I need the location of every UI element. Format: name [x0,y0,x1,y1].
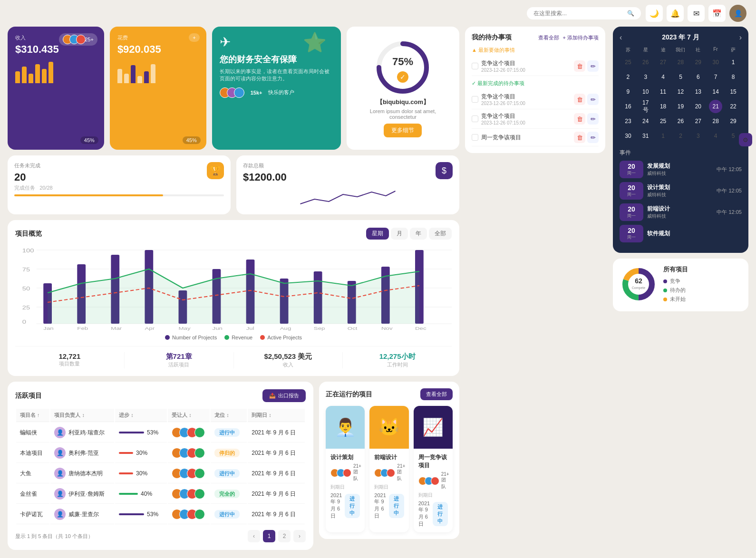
cal-day[interactable]: 6 [691,70,705,84]
page-1-btn[interactable]: 1 [263,530,275,542]
cal-day[interactable]: 30 [621,129,635,143]
cal-day[interactable]: 3 [691,129,705,143]
cal-day[interactable]: 13 [691,85,705,98]
day-th: 社 [689,47,707,53]
cal-day[interactable]: 5 [727,129,740,143]
events-title: 事件 [620,149,742,157]
calendar-button[interactable]: 📅 [708,5,726,22]
cal-next-btn[interactable]: › [739,33,742,42]
todo-edit-3[interactable]: ✏ [587,132,599,143]
todo-edit-1[interactable]: ✏ [587,94,599,105]
cal-day[interactable]: 24 [639,115,652,128]
cal-day[interactable]: 25 [657,115,670,128]
cal-day[interactable]: 30 [709,56,722,69]
checkbox-1[interactable] [472,96,478,103]
cal-day[interactable]: 27 [657,56,670,69]
stat-value-2: $2,50,523 美元 [234,352,343,361]
svg-text:75: 75 [22,267,30,272]
cal-day[interactable]: 16 [621,100,635,113]
todo-delete-2[interactable]: 🗑 [574,113,585,125]
todo-delete-1[interactable]: 🗑 [574,94,585,105]
view-all-todo-link[interactable]: 查看全部 [538,34,559,41]
cal-grid[interactable]: 2526272829301234567891011121314151617号18… [620,55,742,143]
cal-day[interactable]: 23 [621,115,635,128]
cal-day[interactable]: 26 [674,115,687,128]
cal-day[interactable]: 18 [657,100,670,113]
cal-day[interactable]: 29 [691,56,705,69]
search-input[interactable] [533,10,623,17]
checkbox-0[interactable] [472,63,478,69]
cal-day[interactable]: 9 [621,85,635,98]
legend-compete: 竞争 [663,278,742,285]
prev-page-btn[interactable]: ‹ [248,530,260,542]
event-info: 前端设计 威特科技 [647,205,713,220]
running-team: 21+ 团队 [418,471,448,490]
tab-month[interactable]: 月 [391,228,408,240]
cal-day[interactable]: 14 [709,85,722,98]
cal-settings-btn[interactable]: ⚙ [739,133,752,146]
cal-day[interactable]: 19 [674,100,687,113]
search-box[interactable]: 🔍 [527,7,641,19]
cal-day[interactable]: 28 [674,56,687,69]
cal-day[interactable]: 5 [674,70,687,84]
cal-day[interactable]: 7 [709,70,722,84]
cal-day[interactable]: 27 [691,115,705,128]
cal-day[interactable]: 4 [709,129,722,143]
cal-day[interactable]: 26 [639,56,652,69]
cal-day[interactable]: 31 [639,129,652,143]
cal-day[interactable]: 25 [621,56,635,69]
owner-name: 唐纳德本杰明 [68,470,103,478]
export-button[interactable]: 📤 出口报告 [262,389,306,402]
cal-day[interactable]: 1 [657,129,670,143]
cal-day[interactable]: 15 [727,85,740,98]
chart-stat-2: $2,50,523 美元 收入 [234,352,343,368]
tab-year[interactable]: 年 [410,228,427,240]
cal-day[interactable]: 17号 [639,100,652,113]
notification-button[interactable]: 🔔 [667,5,684,22]
cal-day[interactable]: 12 [674,85,687,98]
cal-day[interactable]: 2 [674,129,687,143]
todo-edit-2[interactable]: ✏ [587,113,599,125]
cal-day[interactable]: 20 [691,100,705,113]
mail-button[interactable]: ✉ [688,5,705,22]
todo-item-actions-1[interactable]: 🗑 ✏ [574,94,599,105]
bar-3 [29,74,33,83]
progress-pct: 40% [141,491,152,497]
cal-day[interactable]: 2 [621,70,635,84]
checkbox-2[interactable] [472,115,478,122]
running-project-card: 📈 周一竞争该项目 21+ 团队 到期日 2021 年 9 月 6 日 进行中 [414,406,453,532]
todo-item-actions-3[interactable]: 🗑 ✏ [574,132,599,143]
todo-item-actions-0[interactable]: 🗑 ✏ [574,60,599,72]
cal-day[interactable]: 29 [727,115,740,128]
cal-day[interactable]: 8 [727,70,740,84]
page-buttons[interactable]: ‹ 1 2 › [248,530,306,542]
cal-day[interactable]: 11 [657,85,670,98]
tab-week[interactable]: 星期 [366,228,389,240]
add-todo-link[interactable]: + 添加待办事项 [563,34,599,41]
checkbox-3[interactable] [472,134,478,141]
dark-mode-button[interactable]: 🌙 [646,5,663,22]
cal-day[interactable]: 10 [639,85,652,98]
cal-day[interactable]: 3 [639,70,652,84]
cal-day[interactable]: 21 [709,100,722,113]
expense-add[interactable]: + [189,33,199,42]
cal-day[interactable]: 1 [727,56,740,69]
todo-item-actions-2[interactable]: 🗑 ✏ [574,113,599,125]
cal-prev-btn[interactable]: ‹ [620,33,622,42]
ebar-1 [117,69,122,83]
user-avatar[interactable]: 👤 [729,5,746,22]
next-page-btn[interactable]: › [293,530,306,542]
cal-day[interactable]: 28 [709,115,722,128]
cal-day[interactable]: 22 [727,100,740,113]
todo-delete-3[interactable]: 🗑 [574,132,585,143]
todo-edit-0[interactable]: ✏ [587,60,599,72]
status-badge: 进行中 [214,469,240,478]
more-details-button[interactable]: 更多细节 [384,124,422,137]
chart-tabs[interactable]: 星期 月 年 全部 [366,228,452,240]
view-all-running-btn[interactable]: 查看全部 [420,388,453,400]
tab-all[interactable]: 全部 [429,228,452,240]
todo-delete-0[interactable]: 🗑 [574,60,585,72]
todo-actions[interactable]: 查看全部 + 添加待办事项 [538,34,599,41]
cal-day[interactable]: 4 [657,70,670,84]
page-2-btn[interactable]: 2 [278,530,291,542]
